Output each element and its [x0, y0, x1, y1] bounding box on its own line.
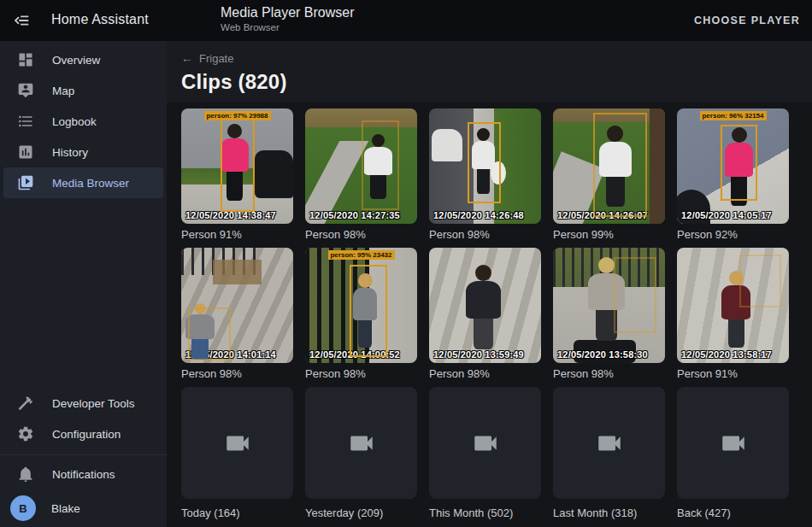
- detection-bounding-box: [614, 257, 656, 333]
- sidebar-item-logbook[interactable]: Logbook: [0, 106, 167, 137]
- sidebar-item-developer-tools[interactable]: Developer Tools: [0, 388, 167, 419]
- folder-label: Back (427): [677, 507, 789, 519]
- clip-label: Person 91%: [677, 367, 789, 380]
- clip-label: Person 98%: [429, 367, 541, 380]
- detection-bounding-box: [188, 307, 231, 360]
- page-header-subtitle: Web Browser: [221, 22, 355, 32]
- folder-label: Today (164): [181, 507, 293, 519]
- clip-label: Person 98%: [305, 228, 417, 241]
- back-arrow-icon: ←: [181, 51, 193, 65]
- sidebar-item-configuration[interactable]: Configuration: [0, 419, 167, 449]
- folder-card-last-month: Last Month (318): [553, 387, 665, 519]
- sidebar-item-notifications[interactable]: Notifications: [0, 459, 167, 489]
- clip-thumbnail[interactable]: person: 97% 29988 12/05/2020 14:38:47: [181, 108, 293, 224]
- clip-timestamp: 12/05/2020 14:27:35: [309, 210, 400, 220]
- folder-card-back: Back (427): [677, 387, 789, 519]
- video-camera-icon: [719, 429, 748, 458]
- clip-timestamp: 12/05/2020 14:26:48: [433, 210, 524, 220]
- sidebar-toggle-button[interactable]: [12, 11, 32, 32]
- sidebar-item-history[interactable]: History: [0, 137, 167, 167]
- detection-bounding-box: [593, 113, 647, 217]
- folder-label: Last Month (318): [553, 507, 665, 519]
- clip-timestamp: 12/05/2020 13:58:17: [681, 349, 772, 360]
- view-dashboard-icon: [16, 51, 34, 69]
- clip-photo-prop: [255, 150, 293, 199]
- page-title: Clips (820): [181, 70, 812, 94]
- hammer-icon: [16, 395, 34, 413]
- folder-card-this-month: This Month (502): [429, 387, 541, 519]
- sidebar-item-overview[interactable]: Overview: [0, 44, 167, 75]
- content-header: ← Frigate Clips (820): [167, 41, 812, 102]
- clip-thumbnail[interactable]: 12/05/2020 14:27:35: [305, 108, 417, 224]
- clip-thumbnail[interactable]: 12/05/2020 14:26:07: [553, 108, 665, 224]
- clip-card: 12/05/2020 14:01:14 Person 98%: [181, 248, 293, 380]
- sidebar-item-label: Developer Tools: [52, 397, 135, 410]
- video-camera-icon: [347, 429, 376, 458]
- folder-thumbnail[interactable]: [305, 387, 417, 499]
- clip-label: Person 98%: [429, 228, 541, 241]
- clip-thumbnail[interactable]: 12/05/2020 13:58:17: [677, 248, 789, 363]
- detection-bounding-box: [739, 255, 780, 307]
- sidebar-user-profile[interactable]: B Blake: [0, 489, 167, 527]
- clip-photo-person: [466, 265, 501, 351]
- detection-label: person: 97% 29988: [203, 111, 270, 120]
- app-title: Home Assistant: [51, 12, 149, 27]
- clip-label: Person 98%: [181, 367, 293, 380]
- sidebar-item-label: Overview: [52, 54, 100, 67]
- sidebar-item-label: History: [52, 146, 88, 159]
- clip-card: person: 97% 29988 12/05/2020 14:38:47 Pe…: [181, 108, 293, 241]
- folder-thumbnail[interactable]: [429, 387, 541, 499]
- user-avatar: B: [10, 495, 36, 521]
- sidebar-item-label: Notifications: [52, 468, 115, 481]
- clip-timestamp: 12/05/2020 14:05:17: [681, 210, 772, 220]
- folder-label: This Month (502): [429, 507, 541, 519]
- clip-label: Person 91%: [181, 228, 293, 241]
- clip-label: Person 98%: [553, 367, 665, 380]
- folder-thumbnail[interactable]: [553, 387, 665, 499]
- video-camera-icon: [471, 429, 500, 458]
- sidebar-divider: [0, 454, 167, 455]
- home-assistant-app: Home Assistant Media Player Browser Web …: [0, 0, 812, 527]
- clip-card: 12/05/2020 14:26:48 Person 98%: [429, 108, 541, 241]
- clip-card: 12/05/2020 14:27:35 Person 98%: [305, 108, 417, 241]
- clip-thumbnail[interactable]: person: 95% 23432 12/05/2020 14:00:52: [305, 248, 417, 363]
- folder-thumbnail[interactable]: [677, 387, 789, 499]
- detection-label: person: 96% 32154: [699, 111, 766, 120]
- bell-icon: [16, 466, 34, 483]
- clip-thumbnail[interactable]: 12/05/2020 13:59:49: [429, 248, 541, 363]
- user-name: Blake: [51, 502, 80, 515]
- detection-bounding-box: [362, 120, 400, 210]
- detection-label: person: 95% 23432: [327, 250, 394, 260]
- tooltip-account-icon: [16, 82, 34, 100]
- sidebar: Overview Map Logbook History Media Brows…: [0, 41, 167, 527]
- play-box-multiple-icon: [16, 174, 34, 192]
- clip-thumbnail[interactable]: person: 96% 32154 12/05/2020 14:05:17: [677, 108, 789, 224]
- choose-player-button[interactable]: CHOOSE PLAYER: [694, 0, 800, 41]
- breadcrumb-back-frigate[interactable]: ← Frigate: [181, 51, 233, 65]
- clip-thumbnail[interactable]: 12/05/2020 13:58:30: [553, 248, 665, 363]
- clip-card: 12/05/2020 14:26:07 Person 99%: [553, 108, 665, 241]
- clip-card: person: 95% 23432 12/05/2020 14:00:52 Pe…: [305, 248, 417, 380]
- video-camera-icon: [223, 429, 252, 458]
- media-browser-content: ← Frigate Clips (820) person: 97% 29988 …: [167, 41, 812, 527]
- clip-photo-prop: [432, 129, 463, 161]
- detection-bounding-box: [350, 265, 386, 357]
- clip-label: Person 92%: [677, 228, 789, 241]
- detection-bounding-box: [221, 118, 256, 213]
- clip-thumbnail[interactable]: 12/05/2020 14:01:14: [181, 248, 293, 363]
- clip-card: 12/05/2020 13:58:17 Person 91%: [677, 248, 789, 380]
- folder-card-today: Today (164): [181, 387, 293, 519]
- folder-thumbnail[interactable]: [181, 387, 293, 499]
- detection-bounding-box: [721, 125, 757, 201]
- video-camera-icon: [595, 429, 624, 458]
- folder-label: Yesterday (209): [305, 507, 417, 519]
- sidebar-item-media-browser[interactable]: Media Browser: [3, 167, 163, 198]
- gear-icon: [16, 425, 34, 443]
- sidebar-item-label: Map: [52, 85, 74, 97]
- clips-grid: person: 97% 29988 12/05/2020 14:38:47 Pe…: [167, 102, 812, 526]
- sidebar-item-map[interactable]: Map: [0, 75, 167, 106]
- clip-card: 12/05/2020 13:59:49 Person 98%: [429, 248, 541, 380]
- clip-thumbnail[interactable]: 12/05/2020 14:26:48: [429, 108, 541, 224]
- clip-card: 12/05/2020 13:58:30 Person 98%: [553, 248, 665, 380]
- clip-label: Person 98%: [305, 367, 417, 380]
